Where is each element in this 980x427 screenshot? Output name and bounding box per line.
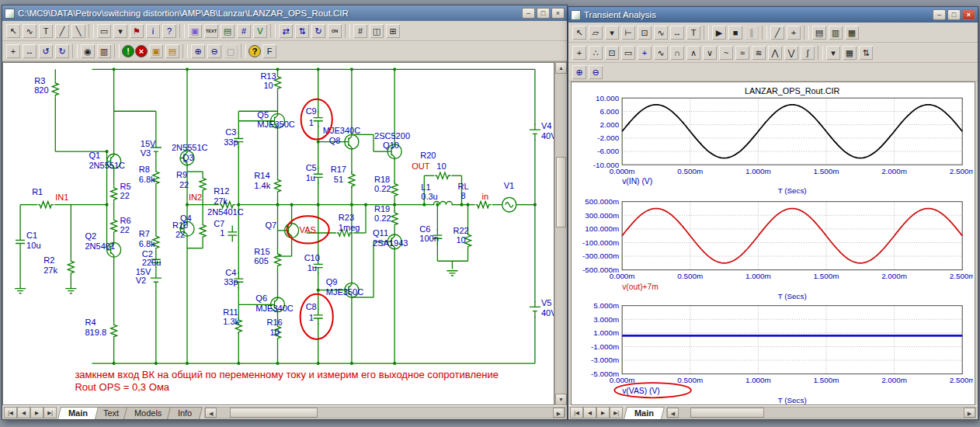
analysis-plot-3[interactable]: 5.000m3.000m1.000m-1.000m-3.000m-5.000m0… — [573, 300, 973, 404]
cap-symbol[interactable] — [16, 234, 25, 250]
pause-button[interactable]: ∥ — [744, 25, 759, 40]
font-button[interactable]: F — [262, 43, 277, 59]
last-page-button[interactable]: ▶| — [43, 407, 57, 418]
vertical-scrollbar[interactable]: ▲ ▼ — [554, 62, 567, 405]
split-window-button[interactable]: ◫ — [369, 23, 384, 39]
res-symbol[interactable] — [111, 186, 117, 202]
res-symbol[interactable] — [111, 322, 117, 338]
wave-op-approx[interactable]: ≈ — [735, 45, 750, 61]
minimize-button[interactable]: – — [522, 8, 535, 19]
tokens-toggle[interactable]: ⊡ — [604, 45, 620, 61]
prev-page-button[interactable]: ◀ — [583, 407, 596, 418]
panel-both-toggle[interactable]: ▦ — [844, 25, 860, 40]
text-display-toggle[interactable]: TEXT — [203, 23, 219, 39]
res-symbol[interactable] — [52, 81, 58, 97]
graphics-dropdown[interactable]: ▾ — [113, 23, 128, 39]
scroll-left-button[interactable]: ◀ — [667, 408, 679, 418]
copy-to-clipboard-button[interactable]: ▣ — [148, 43, 164, 59]
measure-horizontal-tool[interactable]: ⊢ — [620, 25, 636, 40]
on-off-toggle[interactable]: ON — [327, 23, 342, 39]
info-button[interactable]: ! — [122, 45, 134, 57]
zoom-out-button[interactable]: ⊖ — [588, 64, 603, 80]
panel-plots-toggle[interactable]: ▤ — [811, 25, 827, 40]
bat-symbol[interactable] — [530, 124, 540, 141]
gnd-symbol[interactable] — [447, 271, 457, 276]
info-mode[interactable]: i — [145, 23, 161, 39]
res-symbol[interactable] — [435, 172, 450, 179]
zoom-in-button[interactable]: ⊕ — [190, 43, 206, 59]
wave-op-valley[interactable]: ∨ — [702, 45, 718, 61]
cursor-lines-toggle[interactable]: + — [572, 45, 587, 61]
error-button[interactable]: × — [135, 45, 148, 57]
maximize-button[interactable]: □ — [947, 9, 961, 20]
run-button[interactable]: ▶ — [711, 25, 727, 40]
res-symbol[interactable] — [38, 201, 54, 207]
wave-op-tilde[interactable]: ~ — [718, 45, 734, 61]
waveform-probe-tool[interactable]: ∿ — [653, 25, 669, 40]
scroll-right-button[interactable]: ▶ — [553, 408, 565, 418]
wave-op-integral[interactable]: ∫ — [800, 45, 815, 61]
wave-op-arc[interactable]: ∩ — [669, 45, 685, 61]
grid-toggle[interactable]: # — [353, 23, 368, 39]
panel-numeric-toggle[interactable]: ▥ — [828, 25, 843, 40]
gnd-symbol[interactable] — [65, 289, 76, 293]
scroll-up-button[interactable]: ▲ — [555, 62, 567, 74]
src-symbol[interactable] — [502, 197, 516, 212]
schematic-canvas[interactable]: R3820R1310Q5MJE350CC91MJE340CQ82SC5200Q1… — [2, 62, 554, 405]
horizontal-scrollbar[interactable]: ◀ ▶ — [666, 407, 976, 418]
scroll-right-button[interactable]: ▶ — [964, 408, 975, 418]
numeric-grid-button[interactable]: ▦ — [842, 45, 857, 61]
text-mode[interactable]: T — [686, 25, 701, 40]
res-symbol[interactable] — [274, 177, 280, 193]
minimize-button[interactable]: – — [933, 9, 946, 20]
ruler-toggle[interactable]: ▭ — [620, 45, 636, 61]
gnd-symbol[interactable] — [15, 289, 26, 293]
cap-symbol[interactable] — [228, 226, 237, 242]
wave-op-or[interactable]: ⋁ — [784, 45, 799, 61]
res-symbol[interactable] — [349, 172, 355, 188]
schematic-titlebar[interactable]: C:\MC9\DATA\Petrov\switching distortion\… — [2, 5, 567, 21]
flag-mode[interactable]: ⚑ — [129, 23, 144, 39]
tag-tool[interactable]: ⊡ — [637, 25, 652, 40]
stop-button[interactable]: ■ — [728, 25, 743, 40]
res-symbol[interactable] — [68, 259, 74, 275]
bat-symbol[interactable] — [530, 301, 540, 318]
node-numbers-toggle[interactable]: # — [236, 23, 252, 39]
graphics-mode[interactable]: ▱ — [588, 25, 603, 40]
zoom-in-button[interactable]: ⊕ — [572, 64, 587, 80]
rotate-button[interactable]: ↻ — [311, 23, 326, 39]
analysis-titlebar[interactable]: Transient Analysis – □ × — [568, 7, 978, 23]
attribute-display-toggle[interactable]: ▤ — [220, 23, 235, 39]
horizontal-scroll-track[interactable] — [679, 408, 964, 418]
wave-op-and[interactable]: ⋀ — [767, 45, 783, 61]
vertical-scroll-track[interactable] — [555, 74, 567, 394]
stretch-mode[interactable]: ↔ — [22, 43, 37, 59]
horizontal-scroll-thumb[interactable] — [230, 408, 318, 418]
next-page-button[interactable]: ▶ — [30, 407, 43, 418]
wave-op-peak[interactable]: ∧ — [686, 45, 701, 61]
res-symbol[interactable] — [391, 210, 398, 227]
redo-button[interactable]: ↻ — [54, 43, 70, 59]
pan-mode[interactable]: + — [5, 43, 21, 59]
plot-area[interactable]: LANZAR_OPS_Rout.CIR10.0006.0002.000-2.00… — [571, 82, 975, 405]
flip-horizontal-button[interactable]: ⇄ — [278, 23, 294, 39]
find-button[interactable]: ◉ — [80, 43, 96, 59]
tab-main[interactable]: Main — [57, 407, 99, 419]
horizontal-scrollbar[interactable]: ◀ ▶ — [204, 407, 565, 418]
graphics-mode[interactable]: ▭ — [96, 23, 112, 39]
prev-page-button[interactable]: ◀ — [17, 407, 30, 418]
data-points-toggle[interactable]: ∴ — [588, 45, 603, 61]
cap-symbol[interactable] — [314, 309, 323, 325]
res-symbol[interactable] — [391, 182, 398, 198]
close-button[interactable]: × — [551, 8, 565, 19]
scroll-down-button[interactable]: ▼ — [555, 394, 567, 405]
graphics-dropdown[interactable]: ▾ — [604, 25, 620, 40]
select-mode[interactable]: ↖ — [572, 25, 587, 40]
repeat-find-button[interactable]: ▥ — [96, 43, 112, 59]
clipboard-view[interactable]: ▣ — [187, 23, 203, 39]
snapshot-button[interactable]: ▢ — [223, 43, 238, 59]
res-symbol[interactable] — [200, 222, 206, 238]
component-mode[interactable]: ∿ — [22, 23, 37, 39]
wave-op-double-wave[interactable]: ≋ — [751, 45, 766, 61]
crosshair-cursor-tool[interactable]: + — [786, 25, 801, 40]
